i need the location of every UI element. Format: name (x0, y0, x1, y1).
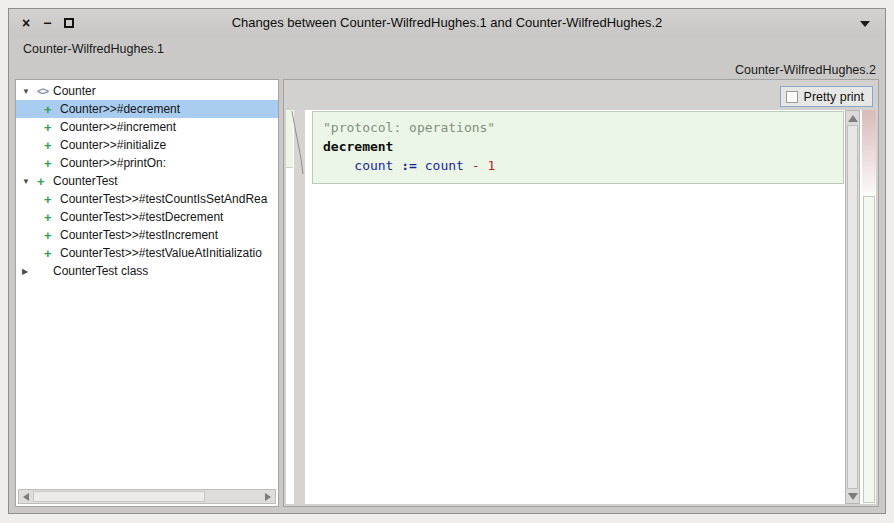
tree-item-label: Counter (53, 84, 96, 98)
vertical-scrollbar-thumb[interactable] (847, 125, 858, 489)
code-lines: "protocol: operations"decrement count :=… (323, 118, 837, 175)
window-title: Changes between Counter-WilfredHughes.1 … (9, 15, 885, 30)
code-token-number: 1 (487, 158, 495, 173)
tree-item-label: CounterTest>>#testDecrement (60, 210, 223, 224)
tree-item[interactable]: ▶CounterTest class (16, 262, 278, 280)
add-icon: + (44, 156, 60, 171)
diff-map-added-region (863, 196, 875, 503)
tree-item[interactable]: +CounterTest>>#testValueAtInitializatio (16, 244, 278, 262)
code-token-method: decrement (323, 139, 393, 154)
added-code-block: "protocol: operations"decrement count :=… (312, 111, 844, 184)
changes-window: × − Changes between Counter-WilfredHughe… (8, 8, 886, 514)
window-menu-icon[interactable] (860, 21, 870, 27)
tree-item-label: CounterTest>>#testValueAtInitializatio (60, 246, 262, 260)
code-token-variable: count (425, 158, 464, 173)
add-icon: + (44, 192, 60, 207)
tree-item[interactable]: +Counter>>#decrement (16, 100, 278, 118)
scroll-left-arrow-icon[interactable] (19, 490, 33, 503)
tree-item-label: CounterTest>>#testCountIsSetAndRea (60, 192, 267, 206)
tree-item-label: CounterTest (53, 174, 118, 188)
add-icon: + (44, 210, 60, 225)
collapse-arrow-icon[interactable]: ▼ (22, 177, 37, 186)
diff-map-column (862, 110, 876, 504)
tree-item[interactable]: +Counter>>#printOn: (16, 154, 278, 172)
tree-item-label: CounterTest class (53, 264, 148, 278)
diff-map-removed-region (862, 110, 876, 192)
code-token-binary: - (472, 158, 480, 173)
tree-item[interactable]: ▼+CounterTest (16, 172, 278, 190)
tree-item-label: Counter>>#initialize (60, 138, 166, 152)
tree-item-label: Counter>>#decrement (60, 102, 180, 116)
expand-arrow-icon[interactable]: ▶ (22, 267, 37, 276)
tree-item-label: Counter>>#increment (60, 120, 176, 134)
code-token-assignment: := (401, 158, 417, 173)
add-icon: + (37, 174, 53, 189)
pretty-print-toggle[interactable]: Pretty print (780, 86, 873, 107)
tree-item-label: Counter>>#printOn: (60, 156, 166, 170)
code-line: decrement (323, 137, 837, 156)
code-line: count := count - 1 (323, 156, 837, 175)
code-token-comment: "protocol: operations" (323, 120, 495, 135)
add-icon: + (44, 246, 60, 261)
pretty-print-label: Pretty print (804, 90, 864, 104)
diff-area: "protocol: operations"decrement count :=… (286, 110, 876, 504)
diff-joint-curve (286, 110, 308, 182)
tree-item[interactable]: +CounterTest>>#testDecrement (16, 208, 278, 226)
add-icon: + (44, 102, 60, 117)
left-version-label: Counter-WilfredHughes.1 (23, 42, 164, 56)
add-icon: + (44, 120, 60, 135)
code-token-plain (417, 158, 425, 173)
title-bar[interactable]: × − Changes between Counter-WilfredHughe… (9, 9, 885, 37)
code-token-variable: count (354, 158, 393, 173)
code-token-plain (464, 158, 472, 173)
tree-rows: ▼<>Counter+Counter>>#decrement+Counter>>… (16, 82, 278, 280)
tree-item[interactable]: +Counter>>#initialize (16, 136, 278, 154)
pretty-print-checkbox[interactable] (786, 91, 798, 103)
scroll-down-arrow-icon[interactable] (846, 489, 859, 503)
code-vertical-scrollbar[interactable] (845, 110, 860, 504)
add-icon: + (44, 228, 60, 243)
collapse-arrow-icon[interactable]: ▼ (22, 87, 37, 96)
tree-horizontal-scrollbar[interactable] (18, 489, 276, 504)
code-token-plain (323, 158, 354, 173)
scroll-right-arrow-icon[interactable] (261, 490, 275, 503)
code-text-pane[interactable]: "protocol: operations"decrement count :=… (305, 110, 844, 504)
right-version-label: Counter-WilfredHughes.2 (735, 63, 876, 77)
tree-item[interactable]: ▼<>Counter (16, 82, 278, 100)
tree-item[interactable]: +CounterTest>>#testIncrement (16, 226, 278, 244)
tree-item-label: CounterTest>>#testIncrement (60, 228, 218, 242)
tree-item[interactable]: +Counter>>#increment (16, 118, 278, 136)
horizontal-scrollbar-thumb[interactable] (33, 491, 205, 502)
changes-tree-panel: ▼<>Counter+Counter>>#decrement+Counter>>… (15, 79, 279, 507)
tree-item[interactable]: +CounterTest>>#testCountIsSetAndRea (16, 190, 278, 208)
code-line: "protocol: operations" (323, 118, 837, 137)
scroll-up-arrow-icon[interactable] (846, 111, 859, 125)
diff-panel: Pretty print "protocol: operations"decre… (283, 79, 879, 507)
add-icon: + (44, 138, 60, 153)
class-diff-icon: <> (37, 85, 53, 97)
